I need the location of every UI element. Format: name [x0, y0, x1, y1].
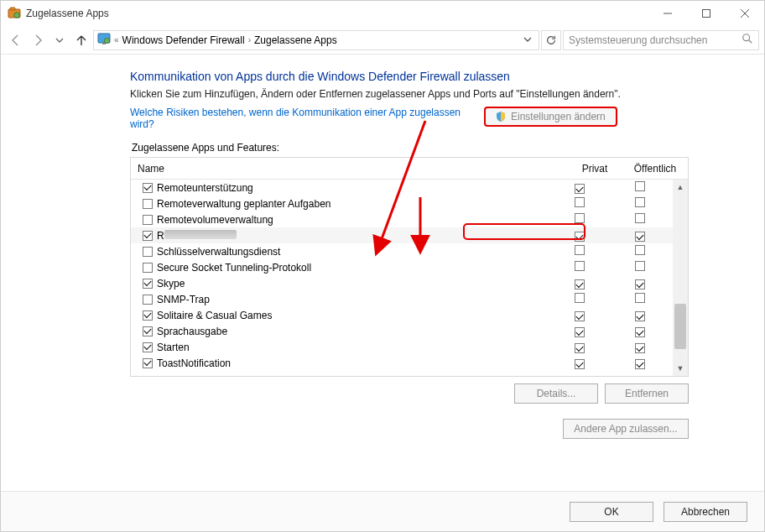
public-checkbox[interactable]: [635, 197, 645, 207]
list-header: Name Privat Öffentlich: [131, 158, 688, 180]
up-button[interactable]: [71, 30, 91, 50]
remove-button[interactable]: Entfernen: [605, 383, 689, 404]
page-heading: Kommunikation von Apps durch die Windows…: [130, 70, 689, 83]
navigation-bar: « Windows Defender Firewall › Zugelassen…: [1, 26, 764, 55]
allow-another-app-button[interactable]: Andere App zulassen...: [563, 419, 689, 439]
app-row[interactable]: Remoteverwaltung geplanter Aufgaben: [131, 196, 673, 211]
private-checkbox[interactable]: [575, 327, 585, 337]
address-dropdown[interactable]: [520, 34, 535, 46]
app-enabled-checkbox[interactable]: [143, 279, 153, 289]
private-checkbox[interactable]: [575, 359, 585, 369]
search-input[interactable]: Systemsteuerung durchsuchen: [563, 30, 759, 50]
private-checkbox[interactable]: [575, 293, 585, 303]
app-name-label: R: [157, 230, 237, 242]
app-enabled-checkbox[interactable]: [143, 183, 153, 193]
chevron-right-icon: ›: [248, 35, 251, 44]
app-enabled-checkbox[interactable]: [143, 342, 153, 352]
scroll-down-icon[interactable]: ▼: [677, 361, 684, 376]
public-checkbox[interactable]: [635, 343, 645, 353]
app-row[interactable]: Remotevolumeverwaltung: [131, 211, 673, 227]
scrollbar[interactable]: ▲ ▼: [673, 180, 688, 376]
public-checkbox[interactable]: [635, 279, 645, 289]
private-checkbox[interactable]: [575, 245, 585, 255]
back-button[interactable]: [6, 30, 26, 50]
control-panel-icon: [97, 32, 111, 48]
titlebar: Zugelassene Apps: [1, 1, 764, 26]
app-row[interactable]: R: [131, 227, 673, 243]
public-checkbox[interactable]: [635, 181, 645, 191]
app-name-label: ToastNotification: [157, 357, 231, 369]
panel-title: Zugelassene Apps und Features:: [132, 142, 689, 154]
col-name[interactable]: Name: [131, 163, 567, 175]
public-checkbox[interactable]: [635, 327, 645, 337]
details-button[interactable]: Details...: [514, 383, 598, 404]
app-row[interactable]: Skype: [131, 275, 673, 291]
col-public[interactable]: Öffentlich: [622, 163, 688, 175]
public-checkbox[interactable]: [635, 245, 645, 255]
svg-point-6: [105, 39, 110, 44]
app-name-label: Solitaire & Casual Games: [157, 310, 272, 321]
cancel-button[interactable]: Abbrechen: [664, 502, 747, 522]
private-checkbox[interactable]: [575, 311, 585, 321]
app-row[interactable]: Sprachausgabe: [131, 323, 673, 339]
app-enabled-checkbox[interactable]: [143, 215, 153, 225]
col-private[interactable]: Privat: [567, 163, 622, 175]
change-settings-label: Einstellungen ändern: [511, 111, 606, 123]
app-enabled-checkbox[interactable]: [143, 199, 153, 209]
scroll-thumb[interactable]: [674, 304, 686, 349]
ok-button[interactable]: OK: [570, 502, 653, 522]
app-enabled-checkbox[interactable]: [143, 310, 153, 321]
public-checkbox[interactable]: [635, 213, 645, 223]
private-checkbox[interactable]: [575, 213, 585, 223]
app-row[interactable]: Schlüsselverwaltungsdienst: [131, 243, 673, 259]
app-row[interactable]: Starten: [131, 339, 673, 355]
window-frame: Zugelassene Apps: [0, 0, 765, 532]
app-enabled-checkbox[interactable]: [143, 295, 153, 305]
apps-listbox: Name Privat Öffentlich Remoteunterstützu…: [130, 157, 689, 377]
search-icon: [742, 33, 753, 47]
refresh-button[interactable]: [541, 30, 561, 50]
scroll-track[interactable]: [673, 195, 688, 361]
recent-locations-button[interactable]: [49, 30, 70, 50]
private-checkbox[interactable]: [575, 343, 585, 353]
app-row[interactable]: ToastNotification: [131, 355, 673, 371]
window-controls: [648, 1, 764, 26]
app-enabled-checkbox[interactable]: [143, 326, 153, 336]
app-enabled-checkbox[interactable]: [143, 231, 153, 241]
app-row[interactable]: Solitaire & Casual Games: [131, 307, 673, 323]
private-checkbox[interactable]: [575, 261, 585, 271]
shield-icon: [496, 112, 506, 122]
breadcrumb-item[interactable]: Windows Defender Firewall: [122, 34, 245, 46]
change-settings-button[interactable]: Einstellungen ändern: [484, 107, 617, 127]
private-checkbox[interactable]: [575, 184, 585, 194]
scroll-up-icon[interactable]: ▲: [677, 180, 684, 195]
forward-button[interactable]: [28, 30, 48, 50]
private-checkbox[interactable]: [575, 197, 585, 207]
public-checkbox[interactable]: [635, 311, 645, 321]
app-enabled-checkbox[interactable]: [143, 247, 153, 257]
app-row[interactable]: SNMP-Trap: [131, 291, 673, 307]
public-checkbox[interactable]: [635, 293, 645, 303]
private-checkbox[interactable]: [575, 279, 585, 289]
app-enabled-checkbox[interactable]: [143, 263, 153, 273]
public-checkbox[interactable]: [635, 359, 645, 369]
breadcrumb-item[interactable]: Zugelassene Apps: [254, 34, 337, 46]
app-enabled-checkbox[interactable]: [143, 358, 153, 368]
svg-point-2: [14, 13, 19, 18]
app-row[interactable]: Secure Socket Tunneling-Protokoll: [131, 259, 673, 275]
svg-point-7: [743, 34, 750, 41]
app-row[interactable]: Remoteunterstützung: [131, 180, 673, 196]
risk-link[interactable]: Welche Risiken bestehen, wenn die Kommun…: [130, 107, 461, 130]
close-button[interactable]: [726, 1, 764, 26]
app-name-label: Remotevolumeverwaltung: [157, 214, 273, 226]
address-bar[interactable]: « Windows Defender Firewall › Zugelassen…: [93, 30, 539, 50]
app-name-label: Starten: [157, 342, 190, 353]
minimize-button[interactable]: [648, 1, 687, 26]
private-checkbox[interactable]: [575, 232, 585, 242]
app-name-label: Skype: [157, 278, 185, 289]
app-name-label: Remoteverwaltung geplanter Aufgaben: [157, 198, 330, 210]
public-checkbox[interactable]: [635, 261, 645, 271]
maximize-button[interactable]: [687, 1, 726, 26]
public-checkbox[interactable]: [635, 232, 645, 242]
app-icon: [8, 7, 21, 20]
